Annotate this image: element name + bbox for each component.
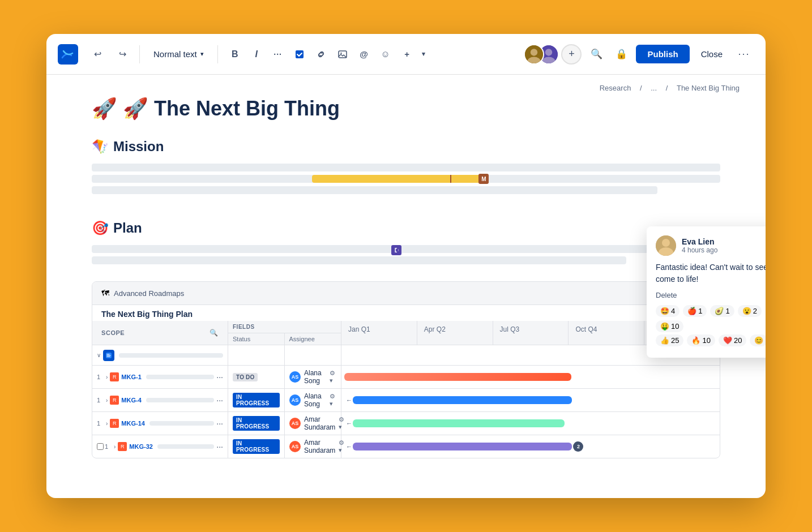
insert-button[interactable]: + — [397, 44, 417, 65]
publish-button[interactable]: Publish — [636, 45, 689, 63]
plan-heading: 🎯 Plan — [92, 220, 720, 236]
reaction-fire[interactable]: 🔥10 — [687, 334, 715, 346]
row-menu-mkg32[interactable]: ··· — [216, 442, 223, 451]
quarter-oct-q4: Oct Q4 — [569, 321, 644, 345]
assignee-name-mkg4: Alana Song — [304, 392, 326, 408]
plan-row-2 — [92, 256, 626, 264]
plan-emoji: 🎯 — [92, 220, 109, 236]
add-collaborator-button[interactable]: + — [561, 44, 582, 65]
table-row-mkg4: 1 › R MKG-4 ··· IN PROGRESS AS Alan — [92, 389, 720, 412]
checkbox-button[interactable] — [289, 44, 310, 65]
gantt-marker-m: M — [478, 174, 489, 184]
reaction-apple[interactable]: 🍎1 — [683, 305, 707, 317]
plan-vertical-line — [397, 245, 398, 253]
redo-button[interactable]: ↪ — [112, 44, 133, 65]
search-icon-scope[interactable]: 🔍 — [210, 329, 219, 337]
assignee-avatar-mkg1: AS — [289, 371, 301, 383]
status-cell-parent — [228, 345, 285, 365]
breadcrumb-sep-1: / — [640, 84, 642, 92]
reaction-row-1: 🤩4 🍎1 🥑1 😮2 🤑10 — [656, 305, 766, 332]
parent-task-bar — [119, 353, 223, 358]
reaction-row-2: 👍25 🔥10 ❤️20 😊 — [656, 334, 766, 346]
mention-button[interactable]: @ — [354, 44, 374, 65]
lock-button[interactable]: 🔒 — [611, 44, 631, 65]
breadcrumb-research[interactable]: Research — [600, 84, 631, 92]
link-button[interactable] — [311, 44, 331, 65]
search-button[interactable]: 🔍 — [586, 44, 606, 65]
quarter-jan-q1: Jan Q1 — [341, 321, 417, 345]
assignee-name-mkg14: Amar Sundaram — [304, 415, 335, 431]
row-menu-mkg1[interactable]: ··· — [216, 372, 223, 381]
task-id-mkg14[interactable]: MKG-14 — [121, 420, 145, 427]
timeline-cell-mkg1 — [341, 366, 720, 388]
text-style-label: Normal text — [153, 49, 197, 59]
assignee-cell-mkg1: AS Alana Song ⚙ ▾ — [285, 366, 341, 388]
more-format-button[interactable]: ··· — [268, 44, 288, 65]
expand-chevron[interactable]: ∨ — [97, 352, 101, 358]
gantt-row-2: M — [92, 175, 720, 183]
delete-comment-button[interactable]: Delete — [656, 291, 766, 299]
badge-mkg32: 2 — [573, 441, 583, 452]
scope-header: SCOPE 🔍 — [92, 321, 228, 345]
assignee-controls-mkg4[interactable]: ⚙ ▾ — [330, 393, 336, 407]
breadcrumb-ellipsis[interactable]: ... — [651, 84, 657, 92]
toolbar-right: + 🔍 🔒 Publish Close ··· — [524, 44, 754, 65]
italic-button[interactable]: I — [246, 44, 267, 65]
toolbar: ↩ ↪ Normal text ▾ B I ··· @ ☺ + ▾ — [46, 34, 766, 75]
commenter-avatar — [656, 235, 676, 256]
bold-button[interactable]: B — [225, 44, 245, 65]
quarter-jul-q3: Jul Q3 — [493, 321, 569, 345]
comment-author-info: Eva Lien 4 hours ago — [682, 237, 717, 254]
fields-subheader: Status Assignee — [228, 333, 341, 345]
task-id-mkg4[interactable]: MKG-4 — [121, 397, 141, 404]
reaction-wow[interactable]: 🤩4 — [656, 305, 679, 317]
timeline-cell-mkg32: ← 2 — [341, 435, 720, 458]
row-menu-mkg4[interactable]: ··· — [216, 396, 223, 405]
assignee-cell-mkg32: AS Amar Sundaram ⚙ ▾ — [285, 435, 341, 458]
timeline-cell-mkg4: ← — [341, 389, 720, 411]
insert-dropdown-button[interactable]: ▾ — [418, 44, 429, 65]
image-button[interactable] — [332, 44, 353, 65]
plan-row-1: D — [92, 245, 657, 253]
reaction-thumbsup[interactable]: 👍25 — [656, 334, 683, 346]
chevron-down-icon: ▾ — [200, 50, 204, 58]
reaction-avocado[interactable]: 🥑1 — [710, 305, 734, 317]
text-style-button[interactable]: Normal text ▾ — [147, 46, 211, 62]
scope-cell-mkg1: 1 › R MKG-1 ··· — [92, 366, 228, 388]
gantt-bar-yellow: M — [312, 175, 488, 183]
undo-button[interactable]: ↩ — [87, 44, 108, 65]
status-cell-mkg32: IN PROGRESS — [228, 435, 285, 458]
status-badge-mkg32: IN PROGRESS — [233, 439, 280, 454]
reaction-smile[interactable]: 😊 — [750, 334, 766, 346]
status-col-header: Status — [228, 333, 285, 345]
status-cell-mkg1: TO DO — [228, 366, 285, 388]
reaction-moneymouth[interactable]: 🤑10 — [656, 320, 683, 332]
close-button[interactable]: Close — [694, 45, 729, 63]
row-menu-mkg14[interactable]: ··· — [216, 419, 223, 428]
status-cell-mkg4: IN PROGRESS — [228, 389, 285, 411]
row-chevron-mkg4[interactable]: › — [106, 397, 108, 404]
confluence-logo[interactable] — [58, 44, 78, 65]
task-icon-mkg32: R — [118, 442, 127, 451]
row-chevron-mkg14[interactable]: › — [106, 421, 108, 427]
gantt-vertical-line — [450, 175, 451, 183]
formatting-tools: B I ··· @ ☺ + ▾ — [225, 44, 429, 65]
app-window: ↩ ↪ Normal text ▾ B I ··· @ ☺ + ▾ — [46, 34, 766, 498]
fields-header: FIELDS — [228, 321, 341, 333]
emoji-button[interactable]: ☺ — [375, 44, 396, 65]
reaction-heart[interactable]: ❤️20 — [719, 334, 746, 346]
row-chevron-mkg32[interactable]: › — [114, 444, 116, 450]
mission-heading: 🪁 Mission — [92, 139, 720, 155]
assignee-name-mkg1: Alana Song — [304, 369, 326, 385]
assignee-col-header: Assignee — [285, 333, 341, 345]
assignee-controls-mkg1[interactable]: ⚙ ▾ — [330, 370, 336, 384]
row-chevron-mkg1[interactable]: › — [106, 374, 108, 380]
task-id-mkg1[interactable]: MKG-1 — [121, 374, 141, 380]
row-checkbox-mkg32[interactable] — [97, 443, 104, 450]
task-id-mkg32[interactable]: MKG-32 — [129, 443, 153, 450]
reaction-surprised[interactable]: 😮2 — [738, 305, 762, 317]
roadmap-section-label: Advanced Roadmaps — [114, 289, 184, 298]
more-options-button[interactable]: ··· — [734, 44, 754, 65]
commenter-name: Eva Lien — [682, 237, 717, 246]
comment-time: 4 hours ago — [682, 246, 717, 254]
